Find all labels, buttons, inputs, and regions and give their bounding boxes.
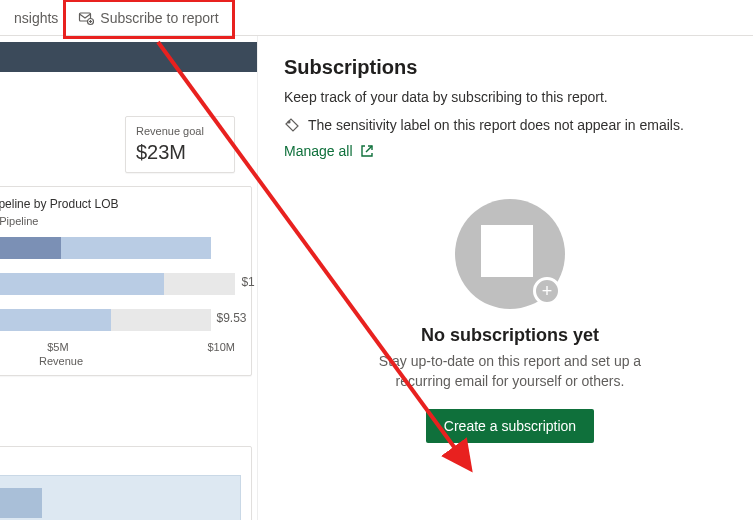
bar-seg	[0, 273, 164, 295]
sensitivity-notice: The sensitivity label on this report doe…	[284, 117, 736, 133]
empty-state-graphic: +	[455, 199, 565, 309]
revenue-goal-title: Revenue goal	[136, 125, 224, 137]
location-map-tile[interactable]: Location	[0, 446, 252, 520]
insights-button[interactable]: nsights	[4, 6, 68, 30]
sensitivity-text: The sensitivity label on this report doe…	[308, 117, 684, 133]
empty-state-title: No subscriptions yet	[350, 325, 670, 346]
empty-state: + No subscriptions yet Stay up-to-date o…	[350, 199, 670, 443]
axis-tick: $5M	[47, 341, 68, 353]
tag-icon	[284, 117, 300, 133]
bar-seg	[111, 309, 211, 331]
legend-pipeline-label: Revenue In Pipeline	[0, 215, 38, 227]
subscribe-button[interactable]: Subscribe to report	[68, 6, 228, 30]
chart-bars: $1 $9.53	[0, 237, 239, 331]
bar-seg	[61, 237, 211, 259]
bar-seg	[0, 237, 61, 259]
revenue-goal-value: $23M	[136, 141, 224, 164]
report-header-strip	[0, 42, 257, 72]
revenue-goal-tile[interactable]: Revenue goal $23M	[125, 116, 235, 173]
panel-subtitle: Keep track of your data by subscribing t…	[284, 89, 736, 105]
top-toolbar: nsights Subscribe to report	[0, 0, 753, 36]
chart-legend: Von Revenue In Pipeline	[0, 215, 239, 227]
empty-state-description: Stay up-to-date on this report and set u…	[350, 352, 670, 391]
axis-tick: $10M	[207, 341, 235, 353]
map-title: Location	[0, 455, 241, 469]
manage-all-link[interactable]: Manage all	[284, 143, 736, 159]
bar-row-3: $9.53	[0, 309, 239, 331]
subscriptions-panel: Subscriptions Keep track of your data by…	[280, 48, 740, 451]
subscribe-icon	[78, 10, 94, 26]
create-subscription-label: Create a subscription	[444, 418, 576, 434]
chart-title: on and Revenue In Pipeline by Product LO…	[0, 197, 239, 211]
insights-label: nsights	[14, 10, 58, 26]
open-external-icon	[359, 143, 375, 159]
bar-seg	[164, 273, 235, 295]
bar-row-1	[0, 237, 239, 259]
bar-seg	[0, 309, 111, 331]
map-visual	[0, 475, 241, 520]
bar-value-label: $1	[241, 275, 254, 289]
panel-heading: Subscriptions	[284, 56, 736, 79]
revenue-bar-chart[interactable]: on and Revenue In Pipeline by Product LO…	[0, 186, 252, 376]
create-subscription-button[interactable]: Create a subscription	[426, 409, 594, 443]
bar-row-2: $1	[0, 273, 239, 295]
bar-value-label: $9.53	[217, 311, 247, 325]
svg-point-2	[288, 121, 290, 123]
manage-all-label: Manage all	[284, 143, 353, 159]
chart-x-axis-label: Revenue	[0, 355, 239, 367]
plus-icon: +	[533, 277, 561, 305]
report-canvas: Revenue goal $23M on and Revenue In Pipe…	[0, 36, 258, 520]
chart-x-axis: $0M $5M $10M	[0, 341, 239, 353]
subscribe-label: Subscribe to report	[100, 10, 218, 26]
